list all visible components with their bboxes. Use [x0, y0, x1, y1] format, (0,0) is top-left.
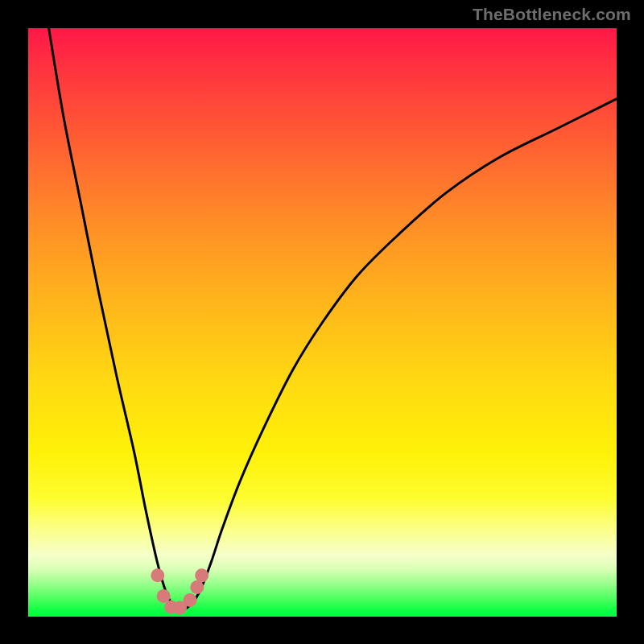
chart-frame: TheBottleneck.com	[0, 0, 644, 644]
curve-marker	[195, 568, 208, 582]
curve-markers	[151, 568, 208, 614]
curve-marker	[184, 593, 197, 607]
chart-plot-area	[28, 28, 617, 617]
curve-marker	[151, 568, 164, 582]
bottleneck-curve	[49, 28, 617, 609]
chart-svg	[28, 28, 617, 617]
watermark-text: TheBottleneck.com	[473, 5, 631, 24]
curve-marker	[157, 589, 171, 603]
curve-marker	[190, 580, 204, 594]
